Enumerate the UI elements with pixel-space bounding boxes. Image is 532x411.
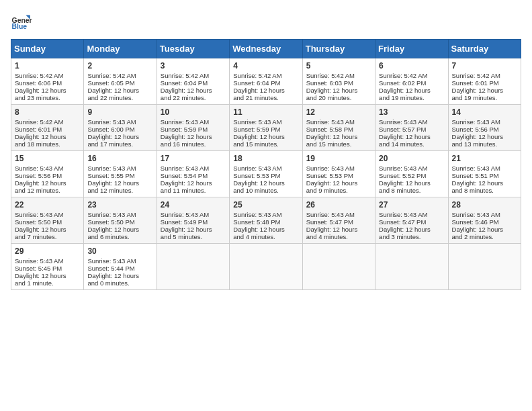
- daylight-value: and 4 minutes.: [306, 233, 371, 240]
- sunrise-text: Sunrise: 5:43 AM: [233, 165, 298, 172]
- day-number: 16: [87, 154, 152, 163]
- sunrise-text: Sunrise: 5:43 AM: [15, 257, 80, 265]
- calendar-cell: 22Sunrise: 5:43 AMSunset: 5:50 PMDayligh…: [11, 197, 84, 244]
- day-header-tuesday: Tuesday: [157, 40, 229, 58]
- daylight-value: and 6 minutes.: [87, 233, 152, 240]
- sunset-text: Sunset: 6:01 PM: [452, 79, 517, 87]
- day-header-saturday: Saturday: [448, 40, 521, 58]
- sunset-text: Sunset: 5:54 PM: [161, 172, 226, 179]
- daylight-value: and 4 minutes.: [233, 233, 298, 240]
- sunrise-text: Sunrise: 5:42 AM: [379, 72, 444, 79]
- daylight-value: and 23 minutes.: [15, 94, 80, 101]
- sunset-text: Sunset: 6:01 PM: [15, 126, 80, 133]
- daylight-value: and 0 minutes.: [87, 279, 152, 287]
- calendar-cell: 6Sunrise: 5:42 AMSunset: 6:02 PMDaylight…: [375, 58, 448, 105]
- logo-icon: General Blue: [11, 11, 32, 32]
- calendar-cell: 5Sunrise: 5:42 AMSunset: 6:03 PMDaylight…: [302, 58, 375, 105]
- sunset-text: Sunset: 5:53 PM: [306, 172, 371, 179]
- daylight-value: and 13 minutes.: [452, 140, 517, 148]
- sunrise-text: Sunrise: 5:43 AM: [87, 257, 152, 265]
- daylight-value: and 8 minutes.: [379, 187, 444, 194]
- calendar-week-3: 8Sunrise: 5:42 AMSunset: 6:01 PMDaylight…: [11, 105, 521, 151]
- sunrise-text: Sunrise: 5:42 AM: [452, 72, 517, 79]
- daylight-value: and 3 minutes.: [379, 233, 444, 240]
- sunrise-text: Sunrise: 5:42 AM: [87, 72, 152, 79]
- daylight-value: and 22 minutes.: [161, 94, 226, 101]
- sunrise-text: Sunrise: 5:43 AM: [15, 165, 80, 172]
- calendar-cell: 21Sunrise: 5:43 AMSunset: 5:51 PMDayligh…: [448, 151, 521, 197]
- sunset-text: Sunset: 5:46 PM: [452, 218, 517, 226]
- daylight-value: and 11 minutes.: [161, 187, 226, 194]
- daylight-value: and 12 minutes.: [87, 187, 152, 194]
- calendar-cell: 30Sunrise: 5:43 AMSunset: 5:44 PMDayligh…: [84, 244, 157, 290]
- sunset-text: Sunset: 5:57 PM: [379, 126, 444, 133]
- daylight-label: Daylight: 12 hours: [15, 133, 80, 140]
- day-number: 12: [306, 107, 371, 117]
- sunrise-text: Sunrise: 5:43 AM: [306, 165, 371, 172]
- sunset-text: Sunset: 6:03 PM: [306, 79, 371, 87]
- daylight-label: Daylight: 12 hours: [452, 87, 517, 94]
- daylight-value: and 22 minutes.: [87, 94, 152, 101]
- sunset-text: Sunset: 5:56 PM: [15, 172, 80, 179]
- sunrise-text: Sunrise: 5:43 AM: [87, 211, 152, 218]
- calendar-table: SundayMondayTuesdayWednesdayThursdayFrid…: [11, 39, 521, 290]
- sunset-text: Sunset: 5:47 PM: [379, 218, 444, 226]
- sunrise-text: Sunrise: 5:42 AM: [233, 72, 298, 79]
- day-number: 28: [452, 200, 517, 210]
- calendar-cell: [302, 244, 375, 290]
- sunrise-text: Sunrise: 5:43 AM: [379, 118, 444, 126]
- calendar-cell: [230, 244, 302, 290]
- day-number: 11: [233, 107, 298, 117]
- daylight-label: Daylight: 12 hours: [379, 133, 444, 140]
- calendar-cell: 4Sunrise: 5:42 AMSunset: 6:04 PMDaylight…: [230, 58, 302, 105]
- calendar-cell: 16Sunrise: 5:43 AMSunset: 5:55 PMDayligh…: [84, 151, 157, 197]
- day-header-thursday: Thursday: [302, 40, 375, 58]
- calendar-cell: 2Sunrise: 5:42 AMSunset: 6:05 PMDaylight…: [84, 58, 157, 105]
- daylight-value: and 21 minutes.: [233, 94, 298, 101]
- sunset-text: Sunset: 6:05 PM: [87, 79, 152, 87]
- daylight-label: Daylight: 12 hours: [452, 179, 517, 187]
- calendar-cell: 1Sunrise: 5:42 AMSunset: 6:06 PMDaylight…: [11, 58, 84, 105]
- sunrise-text: Sunrise: 5:43 AM: [379, 165, 444, 172]
- daylight-value: and 14 minutes.: [379, 140, 444, 148]
- sunset-text: Sunset: 6:00 PM: [87, 126, 152, 133]
- sunset-text: Sunset: 5:51 PM: [452, 172, 517, 179]
- sunrise-text: Sunrise: 5:43 AM: [161, 211, 226, 218]
- sunrise-text: Sunrise: 5:42 AM: [306, 72, 371, 79]
- logo: General Blue: [11, 11, 32, 32]
- sunrise-text: Sunrise: 5:43 AM: [161, 165, 226, 172]
- day-number: 29: [15, 246, 80, 256]
- daylight-value: and 19 minutes.: [379, 94, 444, 101]
- day-number: 19: [306, 154, 371, 163]
- sunset-text: Sunset: 5:45 PM: [15, 265, 80, 272]
- day-number: 6: [379, 61, 444, 71]
- day-number: 1: [15, 61, 80, 71]
- day-number: 2: [87, 61, 152, 71]
- sunset-text: Sunset: 6:06 PM: [15, 79, 80, 87]
- calendar-week-4: 15Sunrise: 5:43 AMSunset: 5:56 PMDayligh…: [11, 151, 521, 197]
- sunset-text: Sunset: 5:48 PM: [233, 218, 298, 226]
- daylight-label: Daylight: 12 hours: [15, 226, 80, 233]
- daylight-label: Daylight: 12 hours: [161, 226, 226, 233]
- sunset-text: Sunset: 5:52 PM: [379, 172, 444, 179]
- sunset-text: Sunset: 5:58 PM: [306, 126, 371, 133]
- daylight-value: and 8 minutes.: [452, 187, 517, 194]
- day-number: 15: [15, 154, 80, 163]
- sunset-text: Sunset: 5:59 PM: [161, 126, 226, 133]
- sunset-text: Sunset: 5:59 PM: [233, 126, 298, 133]
- calendar-week-2: 1Sunrise: 5:42 AMSunset: 6:06 PMDaylight…: [11, 58, 521, 105]
- sunset-text: Sunset: 5:47 PM: [306, 218, 371, 226]
- calendar-cell: 28Sunrise: 5:43 AMSunset: 5:46 PMDayligh…: [448, 197, 521, 244]
- day-number: 9: [87, 107, 152, 117]
- day-header-friday: Friday: [375, 40, 448, 58]
- sunrise-text: Sunrise: 5:43 AM: [452, 211, 517, 218]
- daylight-label: Daylight: 12 hours: [15, 272, 80, 279]
- daylight-label: Daylight: 12 hours: [233, 179, 298, 187]
- day-number: 24: [161, 200, 226, 210]
- day-number: 17: [161, 154, 226, 163]
- day-number: 4: [233, 61, 298, 71]
- daylight-value: and 17 minutes.: [87, 140, 152, 148]
- daylight-label: Daylight: 12 hours: [87, 87, 152, 94]
- svg-text:Blue: Blue: [12, 23, 28, 30]
- day-number: 18: [233, 154, 298, 163]
